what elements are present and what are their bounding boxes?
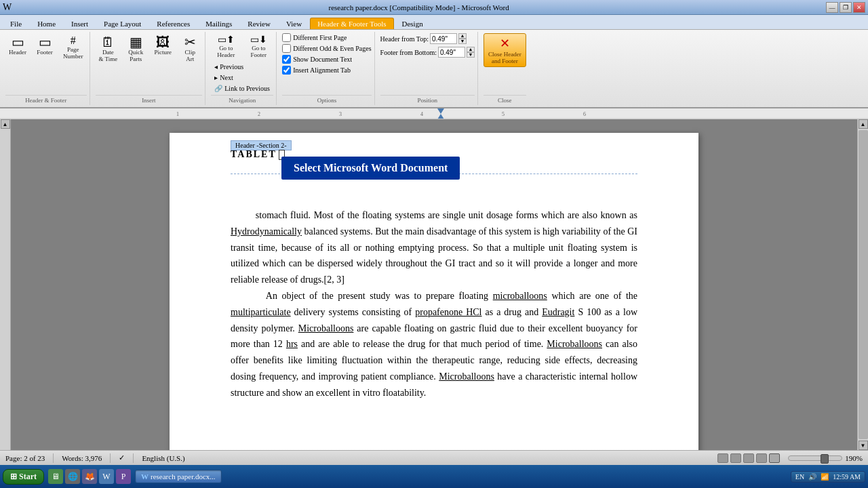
select-popup[interactable]: Select Microsoft Word Document bbox=[281, 157, 460, 180]
zoom-thumb[interactable] bbox=[821, 454, 829, 464]
firefox-icon[interactable]: 🦊 bbox=[82, 469, 97, 484]
quick-parts-button[interactable]: ▦ QuickParts bbox=[123, 33, 148, 64]
multiparticulate-link: multiparticulate bbox=[231, 307, 291, 317]
document-page: Header -Section 2- TABLET Select Microso… bbox=[170, 133, 698, 450]
restore-button[interactable]: ❐ bbox=[840, 2, 852, 13]
date-time-icon: 🗓 bbox=[101, 35, 115, 49]
header-from-top-input[interactable] bbox=[430, 33, 457, 44]
draft-view-button[interactable] bbox=[769, 453, 780, 463]
status-sep-1 bbox=[53, 453, 54, 463]
ribbon-group-label-position: Position bbox=[380, 95, 475, 104]
outline-view-button[interactable] bbox=[756, 453, 767, 463]
show-document-text-input[interactable] bbox=[282, 55, 291, 64]
microballoons-link-2: Microballoons bbox=[298, 323, 354, 333]
previous-button[interactable]: ◂ Previous bbox=[211, 62, 273, 72]
footer-from-bottom-input[interactable] bbox=[438, 47, 465, 58]
go-to-footer-button[interactable]: ▭⬇ Go toFooter bbox=[243, 33, 273, 60]
ribbon-tab-file[interactable]: File bbox=[3, 18, 29, 29]
ribbon-tabs: FileHomeInsertPage LayoutReferencesMaili… bbox=[0, 15, 868, 30]
eudragit-link: Eudragit bbox=[542, 307, 574, 317]
print-layout-button[interactable] bbox=[730, 453, 741, 463]
close-button[interactable]: ✕ bbox=[853, 2, 865, 13]
ribbon-group-header-footer: ▭ Header ▭ Footer # PageNumber Header & … bbox=[3, 32, 90, 105]
svg-text:2: 2 bbox=[258, 111, 260, 117]
scroll-down-button[interactable]: ▼ bbox=[859, 441, 868, 450]
title-bar-text: research paper.docx [Compatibility Mode]… bbox=[12, 3, 826, 12]
desktop-icon[interactable]: 🖥 bbox=[48, 469, 63, 484]
clock: 12:59 AM bbox=[833, 473, 861, 481]
minimize-button[interactable]: — bbox=[826, 2, 838, 13]
ribbon-group-navigation: ▭⬆ Go toHeader ▭⬇ Go toFooter ◂ Previous… bbox=[208, 32, 277, 105]
start-button[interactable]: ⊞ Start bbox=[3, 469, 44, 485]
system-tray: EN 🔊 📶 12:59 AM bbox=[791, 471, 865, 483]
ie-icon[interactable]: 🌐 bbox=[65, 469, 80, 484]
svg-text:5: 5 bbox=[502, 111, 505, 117]
status-bar: Page: 2 of 23 Words: 3,976 ✓ English (U.… bbox=[0, 450, 868, 465]
page-number-button[interactable]: # PageNumber bbox=[60, 33, 87, 62]
speaker-icon: 🔊 bbox=[808, 473, 816, 481]
ribbon-tab-header-&-footer-tools[interactable]: Header & Footer Tools bbox=[310, 18, 393, 29]
header-from-top-down[interactable]: ▼ bbox=[458, 39, 467, 44]
scroll-up-arrow[interactable]: ▲ bbox=[1, 119, 10, 129]
link-icon: 🔗 bbox=[214, 85, 222, 92]
ribbon-tab-review[interactable]: Review bbox=[240, 18, 278, 29]
ribbon-tab-page-layout[interactable]: Page Layout bbox=[96, 18, 149, 29]
ribbon-tab-home[interactable]: Home bbox=[30, 18, 63, 29]
left-margin: ▲ bbox=[0, 119, 11, 450]
right-scrollbar[interactable]: ▲ ▼ bbox=[857, 119, 868, 450]
word-icon[interactable]: W bbox=[99, 469, 114, 484]
insert-alignment-tab-checkbox[interactable]: Insert Alignment Tab bbox=[282, 66, 351, 75]
insert-alignment-tab-input[interactable] bbox=[282, 66, 291, 75]
ribbon-tab-view[interactable]: View bbox=[279, 18, 309, 29]
ribbon-tab-insert[interactable]: Insert bbox=[64, 18, 96, 29]
ribbon-tab-mailings[interactable]: Mailings bbox=[198, 18, 239, 29]
picture-icon: 🖼 bbox=[156, 35, 170, 49]
title-bar-buttons: — ❐ ✕ bbox=[826, 2, 865, 13]
ribbon-group-label-options: Options bbox=[282, 95, 371, 104]
link-to-previous-button[interactable]: 🔗 Link to Previous bbox=[211, 83, 273, 94]
normal-view-button[interactable] bbox=[717, 453, 728, 463]
next-icon: ▸ bbox=[214, 74, 218, 81]
spelling-icon-container: ✓ bbox=[119, 453, 125, 462]
next-button[interactable]: ▸ Next bbox=[211, 73, 273, 83]
ps-icon[interactable]: P bbox=[116, 469, 131, 484]
language-status: English (U.S.) bbox=[142, 454, 184, 462]
web-layout-button[interactable] bbox=[743, 453, 754, 463]
go-to-header-button[interactable]: ▭⬆ Go toHeader bbox=[211, 33, 241, 60]
ribbon-group-label-close: Close bbox=[484, 95, 526, 104]
view-buttons bbox=[717, 453, 780, 463]
page-number-icon: # bbox=[71, 35, 76, 46]
ribbon-group-label-insert: Insert bbox=[96, 95, 203, 104]
footer-from-bottom-down[interactable]: ▼ bbox=[467, 52, 475, 58]
ribbon-tab-references[interactable]: References bbox=[149, 18, 197, 29]
hydrodynamically-link: Hydrodynamically bbox=[231, 226, 302, 237]
footer-from-bottom-up[interactable]: ▲ bbox=[467, 47, 475, 52]
quick-parts-icon: ▦ bbox=[130, 35, 142, 49]
taskbar: ⊞ Start 🖥 🌐 🦊 W P W research paper.docx.… bbox=[0, 465, 868, 488]
footer-button[interactable]: ▭ Footer bbox=[33, 33, 57, 58]
date-time-button[interactable]: 🗓 Date& Time bbox=[96, 33, 121, 64]
header-icon: ▭ bbox=[12, 35, 24, 49]
go-to-footer-icon: ▭⬇ bbox=[250, 35, 267, 45]
different-odd-even-input[interactable] bbox=[282, 44, 291, 53]
ribbon-tab-design[interactable]: Design bbox=[395, 18, 431, 29]
taskbar-word-item[interactable]: W research paper.docx... bbox=[135, 470, 222, 483]
scroll-up-button[interactable]: ▲ bbox=[859, 119, 868, 129]
picture-button[interactable]: 🖼 Picture bbox=[151, 33, 175, 58]
different-odd-even-checkbox[interactable]: Different Odd & Even Pages bbox=[282, 44, 371, 53]
different-first-page-checkbox[interactable]: Different First Page bbox=[282, 33, 347, 42]
header-from-top-up[interactable]: ▲ bbox=[458, 33, 467, 39]
header-button[interactable]: ▭ Header bbox=[5, 33, 30, 58]
en-indicator: EN bbox=[795, 473, 804, 481]
hrs-link: hrs bbox=[286, 339, 298, 349]
clip-art-button[interactable]: ✂ ClipArt bbox=[178, 33, 202, 64]
different-first-page-input[interactable] bbox=[282, 33, 291, 42]
ribbon-group-position: Header from Top: ▲ ▼ Footer from Bottom:… bbox=[378, 32, 478, 105]
svg-rect-0 bbox=[0, 108, 868, 119]
zoom-slider[interactable] bbox=[788, 455, 842, 461]
document-area[interactable]: Header -Section 2- TABLET Select Microso… bbox=[11, 119, 857, 450]
ribbon-group-close: ✕ Close Headerand Footer Close bbox=[481, 32, 529, 105]
close-header-footer-button[interactable]: ✕ Close Headerand Footer bbox=[484, 33, 526, 67]
scroll-thumb[interactable] bbox=[859, 130, 868, 439]
show-document-text-checkbox[interactable]: Show Document Text bbox=[282, 55, 352, 64]
